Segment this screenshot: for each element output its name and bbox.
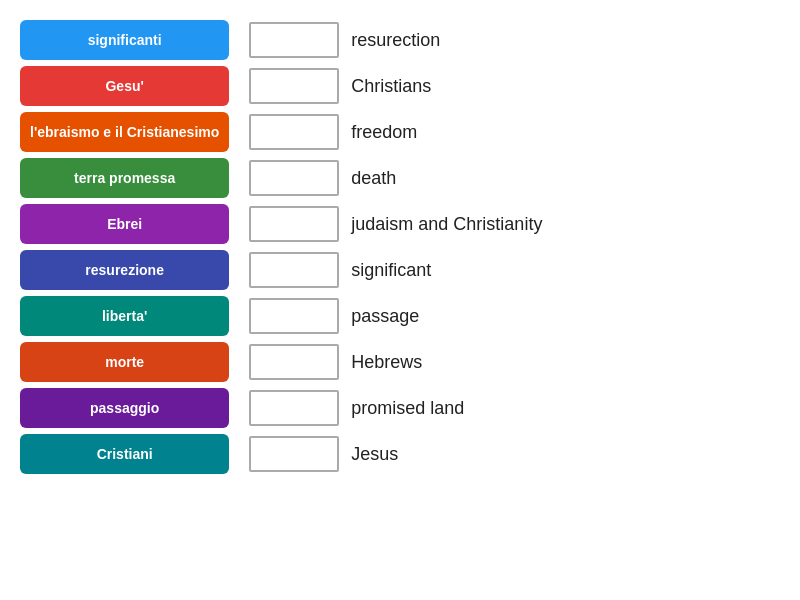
match-input-death[interactable] [249,160,339,196]
match-row-promised_land: promised land [249,388,780,428]
word-btn-ebrei[interactable]: Ebrei [20,204,229,244]
word-btn-cristiani[interactable]: Cristiani [20,434,229,474]
match-input-jesus[interactable] [249,436,339,472]
match-row-significant: significant [249,250,780,290]
match-label-christians: Christians [351,76,431,97]
match-label-passage: passage [351,306,419,327]
word-btn-ebraismo[interactable]: l'ebraismo e il Cristianesimo [20,112,229,152]
match-row-resurection: resurection [249,20,780,60]
match-label-judaism: judaism and Christianity [351,214,542,235]
match-input-significant[interactable] [249,252,339,288]
match-label-hebrews: Hebrews [351,352,422,373]
word-btn-passaggio[interactable]: passaggio [20,388,229,428]
match-input-christians[interactable] [249,68,339,104]
match-label-death: death [351,168,396,189]
word-btn-gesu[interactable]: Gesu' [20,66,229,106]
match-label-freedom: freedom [351,122,417,143]
left-word-list: significantiGesu'l'ebraismo e il Cristia… [20,20,229,474]
match-input-promised_land[interactable] [249,390,339,426]
word-btn-terra_promessa[interactable]: terra promessa [20,158,229,198]
match-label-jesus: Jesus [351,444,398,465]
main-container: significantiGesu'l'ebraismo e il Cristia… [20,20,780,474]
match-row-death: death [249,158,780,198]
match-row-freedom: freedom [249,112,780,152]
match-row-passage: passage [249,296,780,336]
word-btn-liberta[interactable]: liberta' [20,296,229,336]
match-input-resurection[interactable] [249,22,339,58]
match-row-jesus: Jesus [249,434,780,474]
match-label-resurection: resurection [351,30,440,51]
match-input-judaism[interactable] [249,206,339,242]
match-label-promised_land: promised land [351,398,464,419]
match-input-hebrews[interactable] [249,344,339,380]
match-row-christians: Christians [249,66,780,106]
match-input-passage[interactable] [249,298,339,334]
word-btn-morte[interactable]: morte [20,342,229,382]
word-btn-resurezione[interactable]: resurezione [20,250,229,290]
word-btn-significanti[interactable]: significanti [20,20,229,60]
match-row-judaism: judaism and Christianity [249,204,780,244]
match-row-hebrews: Hebrews [249,342,780,382]
match-input-freedom[interactable] [249,114,339,150]
match-label-significant: significant [351,260,431,281]
right-match-list: resurectionChristiansfreedomdeathjudaism… [249,20,780,474]
